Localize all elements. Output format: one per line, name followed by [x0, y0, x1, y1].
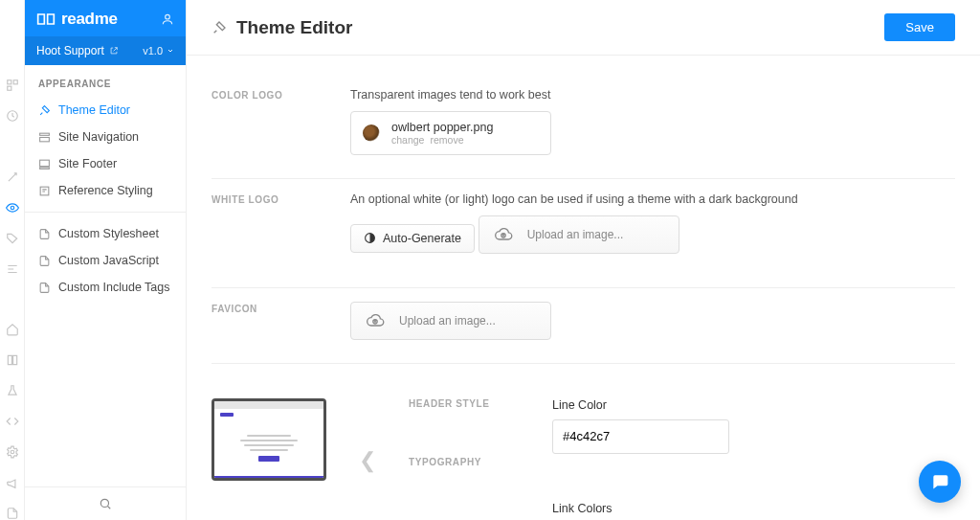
rail-icon-home[interactable]: [6, 323, 19, 336]
rail-icon-clock[interactable]: [6, 109, 19, 123]
cloud-upload-icon: [363, 311, 388, 330]
sidebar-item-site-navigation[interactable]: Site Navigation: [25, 124, 186, 150]
field-label: COLOR LOGO: [212, 88, 350, 101]
preview-prev-arrow[interactable]: ❮: [349, 448, 386, 473]
sidebar-item-label: Custom Stylesheet: [58, 227, 159, 240]
brand-name: readme: [61, 10, 118, 29]
search-icon[interactable]: [99, 497, 112, 510]
sidebar: readme Hoot Support v1.0 APPEARANCE Them…: [25, 0, 187, 520]
project-name-label: Hoot Support: [36, 44, 104, 57]
field-hint: An optional white (or light) logo can be…: [350, 192, 955, 206]
user-icon[interactable]: [161, 12, 174, 26]
sidebar-item-site-footer[interactable]: Site Footer: [25, 150, 186, 177]
brand-logo[interactable]: readme: [36, 10, 118, 29]
link-colors-label: Link Colors: [552, 502, 729, 515]
sidebar-header: readme Hoot Support v1.0: [25, 0, 186, 65]
file-icon: [38, 255, 51, 267]
external-link-icon: [109, 46, 119, 56]
rail-icon-megaphone[interactable]: [6, 476, 19, 489]
file-name: owlbert popper.png: [391, 121, 493, 134]
chat-icon: [930, 472, 949, 491]
sidebar-item-label: Reference Styling: [58, 184, 153, 197]
sidebar-section-title: APPEARANCE: [25, 65, 186, 97]
sidebar-body: APPEARANCE Theme Editor Site Navigation …: [25, 65, 186, 486]
rail-icon-wand[interactable]: [6, 170, 19, 184]
sidebar-item-custom-stylesheet[interactable]: Custom Stylesheet: [25, 220, 186, 247]
rail-icon-code[interactable]: [6, 415, 19, 428]
svg-point-12: [100, 499, 108, 507]
paintbrush-icon: [212, 20, 227, 35]
svg-rect-9: [40, 160, 50, 167]
upload-placeholder-text: Upload an image...: [399, 314, 496, 328]
svg-rect-8: [40, 137, 50, 141]
main: Theme Editor Save COLOR LOGO Transparent…: [187, 0, 980, 520]
header-style-label: HEADER STYLE: [409, 398, 514, 409]
paintbrush-icon: [38, 104, 51, 117]
page-title: Theme Editor: [236, 17, 352, 38]
svg-rect-10: [40, 167, 50, 169]
preview-row: ❮ HEADER STYLE TYPOGRAPHY Line Color: [212, 364, 955, 521]
cloud-upload-icon: [491, 225, 516, 244]
upload-placeholder-box[interactable]: Upload an image...: [350, 302, 551, 340]
rail-icon-dashboard[interactable]: [6, 79, 19, 92]
divider: [25, 212, 186, 213]
theme-preview-card: [212, 398, 326, 481]
line-color-label: Line Color: [552, 398, 729, 412]
content: COLOR LOGO Transparent images tend to wo…: [187, 56, 980, 520]
contrast-icon: [364, 232, 376, 244]
color-input[interactable]: [552, 419, 729, 454]
chat-fab[interactable]: [919, 461, 961, 503]
upload-placeholder-text: Upload an image...: [527, 228, 624, 241]
sidebar-item-theme-editor[interactable]: Theme Editor: [25, 97, 186, 124]
svg-rect-2: [7, 86, 11, 90]
file-remove-action[interactable]: remove: [430, 134, 463, 146]
file-change-action[interactable]: change: [391, 134, 424, 146]
chevron-down-icon: [167, 47, 174, 55]
auto-generate-button[interactable]: Auto-Generate: [350, 224, 475, 253]
rail-icon-book[interactable]: [6, 353, 19, 367]
svg-point-5: [11, 450, 14, 454]
sidebar-item-reference-styling[interactable]: Reference Styling: [25, 177, 186, 204]
sidebar-item-label: Custom Include Tags: [58, 281, 170, 294]
svg-rect-1: [13, 80, 17, 84]
svg-rect-0: [7, 80, 11, 84]
rail-icon-eye[interactable]: [6, 201, 19, 215]
sidebar-item-custom-javascript[interactable]: Custom JavaScript: [25, 247, 186, 274]
footer-icon: [38, 158, 51, 170]
version-label: v1.0: [143, 45, 163, 57]
svg-point-4: [11, 206, 14, 210]
field-color-logo: COLOR LOGO Transparent images tend to wo…: [212, 75, 955, 179]
rail-icon-config[interactable]: [6, 262, 19, 276]
sidebar-footer: [25, 486, 186, 520]
nav-icon: [38, 131, 51, 144]
book-icon: [36, 12, 56, 26]
typography-label: TYPOGRAPHY: [409, 457, 514, 467]
project-selector[interactable]: Hoot Support v1.0: [25, 36, 186, 65]
file-thumbnail-icon: [363, 124, 380, 142]
rail-icon-gear[interactable]: [6, 445, 19, 459]
auto-generate-label: Auto-Generate: [383, 232, 461, 245]
file-icon: [38, 228, 51, 240]
sidebar-item-label: Custom JavaScript: [58, 254, 159, 267]
field-white-logo: WHITE LOGO An optional white (or light) …: [212, 179, 955, 288]
svg-point-6: [166, 14, 170, 19]
sidebar-item-label: Theme Editor: [58, 103, 130, 117]
icon-rail: [0, 0, 25, 520]
upload-file-box[interactable]: owlbert popper.png change remove: [350, 111, 551, 155]
reference-icon: [38, 185, 51, 197]
file-icon: [38, 282, 51, 294]
upload-placeholder-box[interactable]: Upload an image...: [479, 215, 679, 254]
field-label: FAVICON: [212, 302, 350, 314]
field-label: WHITE LOGO: [212, 192, 350, 205]
rail-icon-tag[interactable]: [6, 232, 19, 245]
sidebar-item-label: Site Footer: [58, 157, 117, 170]
sidebar-item-custom-include-tags[interactable]: Custom Include Tags: [25, 274, 186, 301]
save-button[interactable]: Save: [884, 13, 955, 41]
svg-rect-7: [40, 133, 50, 135]
rail-icon-flask[interactable]: [6, 384, 19, 397]
field-hint: Transparent images tend to work best: [350, 88, 955, 102]
rail-icon-doc[interactable]: [6, 507, 19, 520]
topbar: Theme Editor Save: [187, 0, 980, 56]
color-value-input[interactable]: [553, 429, 729, 443]
field-favicon: FAVICON Upload an image...: [212, 288, 955, 364]
